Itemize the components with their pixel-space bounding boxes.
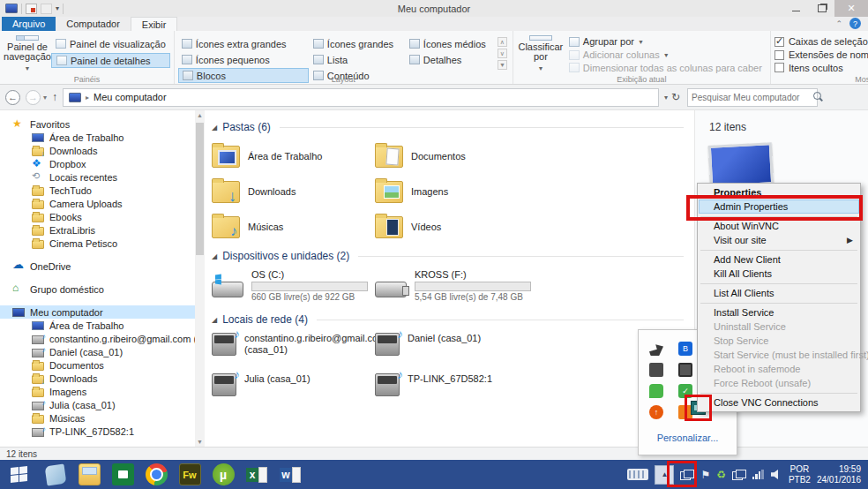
navigation-pane-button[interactable]: Painel de navegação ▼	[4, 34, 51, 73]
scroll-up-icon[interactable]: ▲	[195, 110, 205, 120]
layout-option[interactable]: Ícones extra grandes	[178, 36, 309, 51]
address-history-dropdown-icon[interactable]: ▾	[664, 94, 668, 102]
taskbar-excel[interactable]	[240, 460, 273, 489]
layout-option[interactable]: Ícones pequenos	[178, 52, 309, 67]
sidebar-item[interactable]: Locais recentes	[0, 170, 205, 184]
collapse-icon[interactable]: ◢	[212, 124, 217, 132]
show-hide-checkbox[interactable]: Itens ocultos	[774, 62, 868, 73]
search-input[interactable]	[688, 93, 812, 102]
section-header-drives[interactable]: ◢ Dispositivos e unidades (2)	[212, 250, 694, 262]
folder-tile[interactable]: Músicas	[212, 209, 375, 244]
gallery-scroll-up-icon[interactable]: ∧	[498, 37, 507, 47]
taskbar-utorrent[interactable]: µ	[206, 460, 240, 489]
updater-icon[interactable]: ↑	[649, 405, 663, 419]
show-hide-checkbox[interactable]: Extensões de nomes de arquivos	[774, 49, 868, 61]
breadcrumb[interactable]: Meu computador	[94, 92, 167, 102]
folder-tile[interactable]: Imagens	[375, 174, 640, 209]
sidebar-item[interactable]: OneDrive	[0, 260, 205, 273]
sidebar-item[interactable]: Dropbox	[0, 157, 205, 170]
folder-tile[interactable]: Documentos	[375, 139, 640, 174]
sidebar-item[interactable]: Imagens	[0, 385, 205, 398]
pane-toggle-button[interactable]: Painel de detalhes	[51, 53, 170, 68]
section-header-network[interactable]: ◢ Locais de rede (4)	[212, 313, 694, 326]
network-location-tile[interactable]: Daniel (casa_01)	[375, 331, 640, 372]
sidebar-item[interactable]: Daniel (casa_01)	[0, 345, 205, 358]
pane-toggle-button[interactable]: Painel de visualização	[51, 36, 170, 51]
minimize-ribbon-icon[interactable]: ⌃	[835, 19, 842, 28]
taskbar-green-app[interactable]	[106, 460, 139, 489]
restore-button[interactable]	[809, 0, 834, 17]
sidebar-item[interactable]: Área de Trabalho	[0, 319, 205, 332]
network-location-tile[interactable]: constantino.g.ribeiro@gmail.com (casa_01…	[212, 331, 375, 372]
tray-app-icon[interactable]	[649, 363, 663, 377]
tray-app-icon[interactable]	[649, 342, 663, 356]
taskbar-word[interactable]	[273, 460, 307, 489]
customize-quick-access-dropdown-icon[interactable]: ▾	[56, 4, 59, 12]
collapse-icon[interactable]: ◢	[212, 316, 217, 324]
context-menu-item[interactable]: Uninstall Service ▶	[699, 320, 859, 334]
context-menu-item[interactable]: Force Reboot (unsafe) ▶	[699, 376, 859, 390]
scroll-down-icon[interactable]: ▼	[195, 437, 205, 447]
new-folder-icon[interactable]	[41, 4, 52, 14]
display-app-icon[interactable]	[678, 363, 692, 377]
view-option-button[interactable]: Adicionar colunas ▼	[565, 49, 767, 61]
sidebar-item[interactable]: Julia (casa_01)	[0, 398, 205, 411]
refresh-icon[interactable]: ↻	[671, 91, 680, 103]
sidebar-item[interactable]: Cinema Petisco	[0, 237, 205, 250]
minimize-button[interactable]	[783, 0, 809, 17]
scrollbar-thumb[interactable]	[196, 123, 204, 255]
sidebar-item[interactable]: TechTudo	[0, 184, 205, 197]
context-menu-item[interactable]: Visit our site ▶	[699, 233, 859, 247]
taskbar-fireworks[interactable]: Fw	[173, 460, 206, 489]
bluetooth-icon[interactable]: B	[678, 342, 692, 356]
close-button[interactable]: ✕	[834, 0, 868, 17]
sidebar-item[interactable]: Ebooks	[0, 210, 205, 223]
context-menu-item[interactable]: About WinVNC ▶	[699, 219, 859, 233]
folder-tile[interactable]: Downloads	[212, 174, 375, 209]
ribbon-tab[interactable]: Arquivo	[2, 17, 56, 31]
language-indicator[interactable]: POR PTB2	[789, 464, 811, 485]
view-option-button[interactable]: Agrupar por ▼	[565, 36, 767, 48]
touch-keyboard-icon[interactable]	[627, 469, 648, 480]
layout-option[interactable]: Ícones grandes	[310, 36, 405, 51]
context-menu-item[interactable]: Install Service ▶	[699, 305, 859, 320]
recent-locations-dropdown-icon[interactable]: ▾	[43, 94, 47, 102]
sidebar-item[interactable]: Grupo doméstico	[0, 282, 205, 296]
action-center-flag-icon[interactable]: ⚑	[700, 469, 710, 481]
context-menu-item[interactable]: List All Clients ▶	[699, 286, 859, 300]
signal-strength-icon[interactable]	[752, 470, 765, 479]
ribbon-tab[interactable]: Exibir	[131, 17, 178, 31]
context-menu-item[interactable]: Reboot in safemode ▶	[699, 362, 859, 376]
layout-option[interactable]: Detalhes	[406, 52, 496, 67]
network-location-tile[interactable]: Julia (casa_01)	[212, 372, 375, 412]
network-location-tile[interactable]: TP-LINK_67D582:1	[375, 372, 640, 412]
messenger-icon[interactable]	[649, 384, 663, 398]
layout-option[interactable]: Ícones médios	[406, 36, 496, 51]
section-header-folders[interactable]: ◢ Pastas (6)	[212, 121, 694, 133]
taskbar-chrome[interactable]	[139, 460, 173, 489]
layout-option[interactable]: Lista	[310, 52, 405, 67]
sidebar-item[interactable]: Downloads	[0, 372, 205, 385]
ribbon-tab[interactable]: Computador	[56, 17, 131, 31]
sidebar-item[interactable]: Músicas	[0, 411, 205, 425]
address-box[interactable]: ▸ Meu computador	[63, 88, 659, 107]
sidebar-item[interactable]: constantino.g.ribeiro@gmail.com (casa_01…	[0, 332, 205, 345]
homegroup-sync-icon[interactable]: ♻	[716, 469, 726, 481]
volume-icon[interactable]	[771, 470, 782, 480]
context-menu-item[interactable]: Close VNC Connections ▶	[699, 395, 859, 410]
help-icon[interactable]: ?	[849, 18, 861, 29]
sidebar-item[interactable]: Documentos	[0, 358, 205, 372]
context-menu-item[interactable]: Stop Service ▶	[699, 334, 859, 348]
sidebar-item[interactable]: ExtraLibris	[0, 223, 205, 237]
start-button[interactable]	[0, 460, 39, 489]
sidebar-item[interactable]: Área de Trabalho	[0, 131, 205, 144]
drive-tile[interactable]: OS (C:) 660 GB livre(s) de 922 GB	[212, 267, 375, 308]
folder-tile[interactable]: Área de Trabalho	[212, 139, 375, 174]
context-menu-item[interactable]: Kill All Clients ▶	[699, 267, 859, 281]
sort-by-button[interactable]: Classificar por ▼	[517, 34, 565, 73]
properties-icon[interactable]	[26, 4, 37, 14]
gallery-expand-icon[interactable]: ▼	[498, 60, 507, 70]
taskbar-pinned-app[interactable]	[39, 460, 72, 489]
forward-button[interactable]: →	[26, 90, 41, 105]
sidebar-item[interactable]: Downloads	[0, 144, 205, 157]
